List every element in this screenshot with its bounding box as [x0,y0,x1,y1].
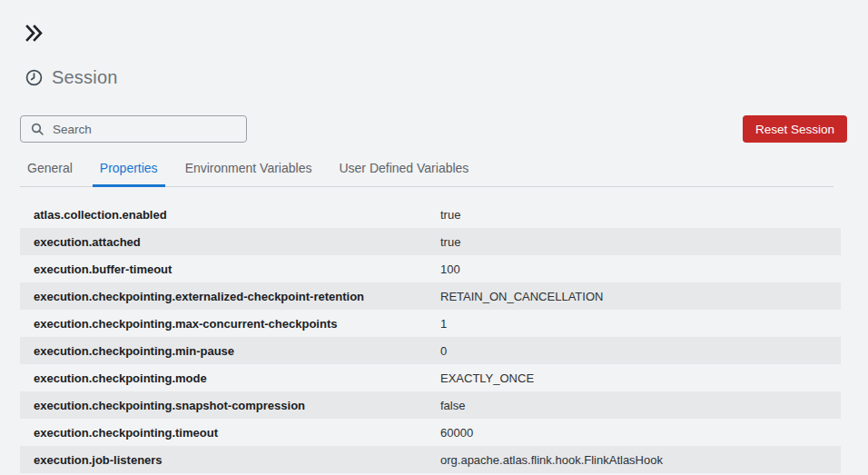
tab-bar: General Properties Environment Variables… [20,161,833,187]
table-row: execution.checkpointing.max-concurrent-c… [20,310,841,337]
table-row: atlas.collection.enabled true [20,201,841,228]
property-key: execution.checkpointing.mode [34,371,440,385]
property-key: atlas.collection.enabled [34,208,440,222]
table-row: execution.buffer-timeout 100 [20,255,841,282]
tab-properties[interactable]: Properties [93,161,165,187]
property-key: execution.checkpointing.min-pause [34,344,440,358]
property-value: true [440,208,841,222]
property-key: execution.job-listeners [34,453,440,467]
reset-session-button[interactable]: Reset Session [743,115,847,143]
property-value: 0 [440,344,841,358]
property-value: 100 [440,262,841,276]
table-row: execution.checkpointing.min-pause 0 [20,337,841,364]
table-row: execution.checkpointing.snapshot-compres… [20,391,841,419]
collapse-sidebar-button[interactable] [24,23,45,43]
search-box [20,115,247,143]
property-value: org.apache.atlas.flink.hook.FlinkAtlasHo… [440,453,841,467]
property-key: execution.attached [34,235,440,249]
tab-environment-variables[interactable]: Environment Variables [178,161,320,187]
page-title: Session [52,67,118,88]
session-page: { "header": { "title": "Session" }, "ico… [0,0,868,475]
tab-user-defined-variables[interactable]: User Defined Variables [331,161,476,187]
property-key: execution.checkpointing.externalized-che… [34,290,440,303]
property-value: RETAIN_ON_CANCELLATION [440,290,841,303]
double-chevron-right-icon [25,25,44,42]
property-key: execution.checkpointing.snapshot-compres… [34,399,440,412]
clock-icon [25,69,43,86]
property-value: false [440,399,841,412]
property-key: execution.checkpointing.max-concurrent-c… [34,317,440,331]
property-value: 60000 [440,426,841,440]
table-row: execution.checkpointing.externalized-che… [20,282,841,310]
table-row: execution.checkpointing.timeout 60000 [20,419,841,446]
table-row: execution.job-listeners org.apache.atlas… [20,446,841,473]
property-key: execution.checkpointing.timeout [34,426,440,440]
page-header: Session [25,67,118,88]
table-row: execution.checkpointing.mode EXACTLY_ONC… [20,364,841,391]
search-input[interactable] [20,115,247,143]
property-key: execution.buffer-timeout [34,262,440,276]
table-row: execution.attached true [20,228,841,255]
property-value: EXACTLY_ONCE [440,371,841,385]
property-value: true [440,235,841,249]
tab-general[interactable]: General [20,161,80,187]
properties-table: atlas.collection.enabled true execution.… [20,201,841,473]
property-value: 1 [440,317,841,331]
